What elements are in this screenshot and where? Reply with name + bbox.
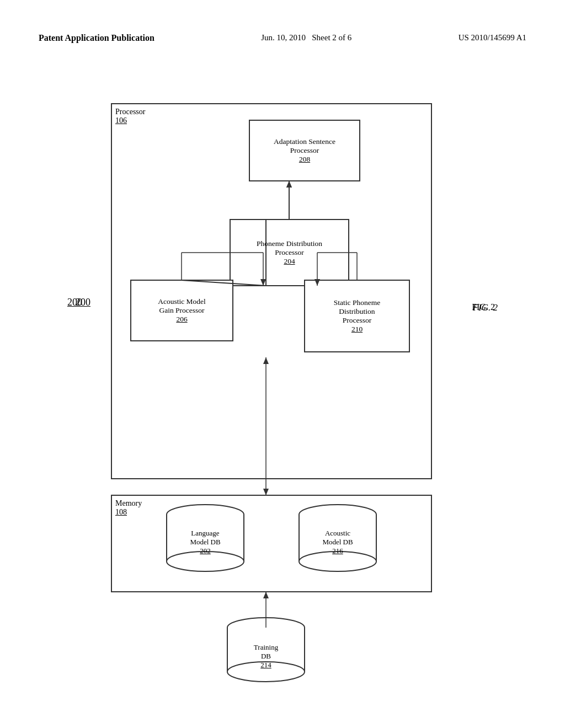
cylinder-214-number: 214 [260,661,271,670]
box-208-line2: Processor [290,146,319,155]
cylinder-216: Acoustic Model DB 216 [299,526,376,559]
svg-marker-37 [263,489,269,495]
memory-label: Memory 108 [115,499,142,517]
header: Patent Application Publication Jun. 10, … [39,33,526,43]
box-204-number: 204 [284,257,295,266]
cylinder-202-line1: Language [191,529,219,538]
header-right: US 2010/145699 A1 [459,33,526,42]
processor-label: Processor [115,108,145,116]
publication-title: Patent Application Publication [39,33,154,42]
fig-2-text: FIG. 2 [472,302,495,312]
box-204: Phoneme Distribution Processor 204 [230,220,349,286]
outer-box-label: Processor 106 [115,108,145,125]
header-date: Jun. 10, 2010 [261,33,306,42]
svg-marker-36 [263,357,269,364]
box-210-line2: Distribution [339,307,375,316]
box-210-number: 210 [351,325,363,334]
box-210-line1: Static Phoneme [334,298,380,307]
fig-2-label: FIG. 2 [472,302,495,312]
header-left: Patent Application Publication [39,33,154,43]
svg-point-6 [167,505,244,524]
svg-point-11 [299,505,376,524]
diagram-container: 200 FIG. 2 [39,65,526,699]
svg-marker-39 [263,592,269,598]
box-210: Static Phoneme Distribution Processor 21… [305,280,409,352]
box-210-line3: Processor [343,316,372,325]
cylinder-202: Language Model DB 202 [167,526,244,559]
label-200-underline: 200 [76,297,90,308]
memory-number: 108 [115,508,127,516]
cylinder-202-number: 202 [200,547,211,555]
box-208-number: 208 [299,155,310,164]
memory-label-text: Memory [115,499,142,507]
box-206-line1: Acoustic Model [158,297,206,306]
header-center: Jun. 10, 2010 Sheet 2 of 6 [261,33,351,42]
cylinder-202-line2: Model DB [190,538,220,547]
processor-number: 106 [115,116,127,125]
svg-rect-5 [111,495,431,592]
cylinder-214-line1: Training [254,643,278,652]
svg-marker-34 [286,181,292,188]
cylinder-216-line1: Acoustic [325,529,350,538]
page: Patent Application Publication Jun. 10, … [0,0,565,728]
cylinder-216-line2: Model DB [322,538,353,547]
diagram-label-200: 200 [76,297,90,308]
diagram-area: 200 FIG. 2 [67,65,498,672]
cylinder-216-number: 216 [332,547,343,555]
header-sheet: Sheet 2 of 6 [312,33,351,42]
svg-point-16 [227,618,305,638]
box-204-line1: Phoneme Distribution [257,239,322,248]
box-204-line2: Processor [275,248,304,257]
svg-marker-22 [286,181,292,188]
box-206-line2: Gain Processor [159,306,204,315]
cylinder-214-line2: DB [261,652,271,661]
box-208: Adaptation Sentence Processor 208 [249,120,360,181]
patent-number: US 2010/145699 A1 [459,33,526,42]
box-206: Acoustic Model Gain Processor 206 [131,280,233,341]
box-208-line1: Adaptation Sentence [274,137,335,146]
box-206-number: 206 [176,315,187,324]
cylinder-214: Training DB 214 [227,640,305,673]
